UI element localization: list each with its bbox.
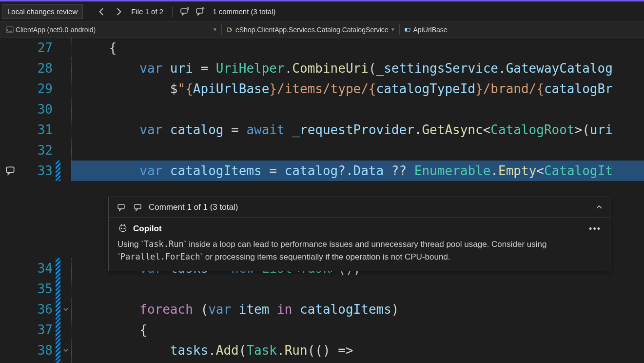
code-line[interactable]: { <box>71 38 644 58</box>
line-number: 33 <box>21 161 53 181</box>
code-line[interactable]: var uri = UriHelper.CombineUri(_settings… <box>71 58 644 79</box>
comment-glyph-icon[interactable] <box>5 165 16 176</box>
crumb-namespace-label: eShop.ClientApp.Services.Catalog.Catalog… <box>235 26 389 34</box>
toolbar-separator <box>172 6 173 18</box>
prev-file-button[interactable] <box>95 5 109 19</box>
svg-point-10 <box>121 228 122 229</box>
collapse-popup-button[interactable] <box>595 203 603 211</box>
class-icon <box>226 26 234 34</box>
field-icon <box>404 26 411 34</box>
line-number: 28 <box>21 58 53 79</box>
svg-rect-8 <box>118 204 124 209</box>
review-toolbar: Local changes review File 1 of 2 1 comme… <box>0 1 644 22</box>
toolbar-separator <box>89 6 89 18</box>
popup-header: Comment 1 of 1 (3 total) <box>109 197 610 218</box>
chevron-down-icon: ▼ <box>390 27 395 32</box>
crumb-namespace[interactable]: eShop.ClientApp.Services.Catalog.Catalog… <box>222 25 399 35</box>
crumb-member-label: ApiUrlBase <box>413 26 448 34</box>
line-number: 34 <box>21 258 53 279</box>
line-number: 37 <box>21 320 53 340</box>
line-number: 32 <box>21 140 53 161</box>
fold-column <box>60 38 71 363</box>
comment-more-menu[interactable]: ••• <box>589 224 601 234</box>
svg-rect-1 <box>196 9 203 13</box>
line-number: 31 <box>21 120 53 140</box>
next-file-button[interactable] <box>112 5 125 19</box>
code-line[interactable] <box>71 140 644 161</box>
line-number-gutter: 272829303132333435363738394041 <box>21 38 56 363</box>
next-comment-icon[interactable] <box>194 5 207 18</box>
copilot-icon <box>117 223 128 234</box>
line-number: 35 <box>21 279 53 299</box>
glyph-margin <box>0 38 21 363</box>
code-editor[interactable]: 272829303132333435363738394041 { var uri… <box>0 38 644 363</box>
svg-rect-6 <box>6 167 14 172</box>
code-line[interactable]: { <box>71 361 644 363</box>
code-line[interactable]: { <box>71 320 644 340</box>
fold-chevron-icon[interactable] <box>63 347 69 353</box>
line-number: 29 <box>21 79 53 99</box>
next-comment-in-thread-icon[interactable] <box>132 201 145 214</box>
change-indicator-bar <box>56 38 60 363</box>
line-number: 36 <box>21 299 53 320</box>
fold-chevron-icon[interactable] <box>63 306 69 312</box>
line-number: 27 <box>21 38 53 58</box>
navigation-breadcrumb: C# ClientApp (net9.0-android) ▼ eShop.Cl… <box>0 22 644 38</box>
comments-summary: 1 comment (3 total) <box>210 7 278 16</box>
code-line[interactable] <box>71 279 644 299</box>
file-counter: File 1 of 2 <box>128 7 166 16</box>
svg-rect-0 <box>181 9 187 13</box>
local-changes-review-button[interactable]: Local changes review <box>2 4 83 19</box>
crumb-project[interactable]: C# ClientApp (net9.0-android) ▼ <box>2 25 221 35</box>
inline-comment-popup: Comment 1 of 1 (3 total) Copilot ••• Usi… <box>108 197 610 271</box>
crumb-project-label: ClientApp (net9.0-android) <box>16 26 96 34</box>
popup-body: Copilot ••• Using `Task.Run` inside a lo… <box>109 218 610 271</box>
code-line[interactable]: foreach (var item in catalogItems) <box>71 299 644 320</box>
code-line[interactable]: $"{ApiUrlBase}/items/type/{catalogTypeId… <box>71 79 644 99</box>
comment-text: Using `Task.Run` inside a loop can lead … <box>117 238 601 263</box>
svg-rect-5 <box>405 28 407 31</box>
line-number: 39 <box>21 361 53 363</box>
line-number: 38 <box>21 340 53 361</box>
chevron-down-icon: ▼ <box>213 27 217 32</box>
comment-author: Copilot <box>133 224 162 234</box>
code-line[interactable]: var catalogItems = catalog?.Data ?? Enum… <box>71 161 644 181</box>
prev-comment-in-thread-icon[interactable] <box>116 201 128 214</box>
svg-rect-9 <box>135 204 141 209</box>
prev-comment-icon[interactable] <box>178 5 191 18</box>
comment-counter: Comment 1 of 1 (3 total) <box>149 202 238 212</box>
code-line[interactable] <box>71 99 644 120</box>
csharp-project-icon: C# <box>6 26 14 34</box>
code-line[interactable]: var catalog = await _requestProvider.Get… <box>71 120 644 140</box>
code-line[interactable]: tasks.Add(Task.Run(() => <box>71 340 644 361</box>
line-number: 30 <box>21 99 53 120</box>
svg-text:C#: C# <box>7 28 13 33</box>
crumb-member[interactable]: ApiUrlBase <box>400 25 451 35</box>
svg-point-11 <box>123 228 125 229</box>
